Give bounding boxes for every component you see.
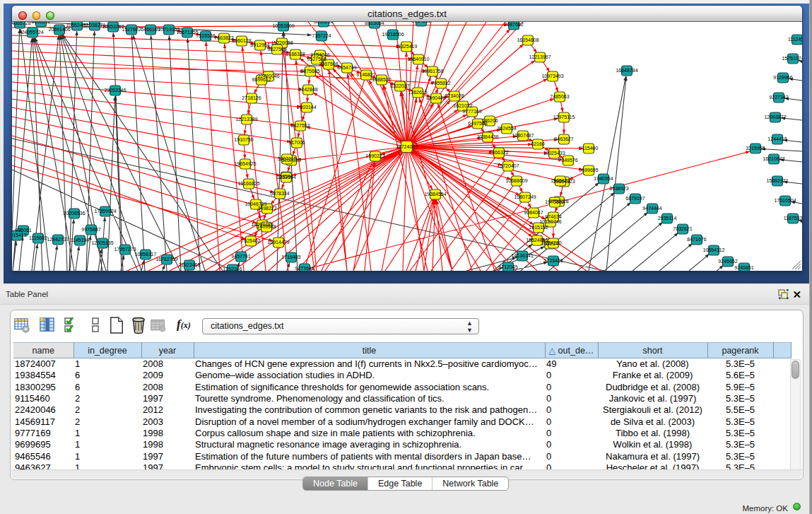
svg-text:20691406: 20691406 (48, 27, 70, 32)
svg-text:16210643: 16210643 (763, 156, 784, 161)
svg-text:17957273: 17957273 (114, 247, 136, 252)
svg-text:1244415: 1244415 (767, 136, 787, 141)
svg-text:17359924: 17359924 (94, 209, 116, 214)
svg-text:1112453: 1112453 (788, 37, 806, 42)
svg-text:3215955: 3215955 (746, 146, 765, 151)
svg-text:7663822: 7663822 (214, 35, 233, 40)
svg-text:12505135: 12505135 (91, 240, 113, 245)
svg-text:7357224: 7357224 (312, 33, 331, 38)
svg-text:8454749: 8454749 (337, 65, 356, 70)
svg-text:62160: 62160 (531, 141, 545, 146)
svg-text:1167533: 1167533 (784, 216, 803, 221)
svg-text:24055728: 24055728 (8, 21, 30, 25)
svg-text:8471676: 8471676 (687, 237, 706, 242)
svg-text:9474444: 9474444 (642, 206, 661, 211)
svg-text:8813054: 8813054 (365, 21, 384, 25)
svg-text:12942737: 12942737 (47, 237, 69, 242)
svg-text:16671355: 16671355 (176, 30, 198, 35)
svg-text:9184212: 9184212 (411, 18, 430, 23)
svg-text:29053346: 29053346 (104, 88, 126, 93)
svg-text:5267115: 5267115 (278, 156, 297, 161)
svg-text:10961758: 10961758 (421, 69, 443, 74)
svg-text:1940954: 1940954 (594, 176, 613, 181)
svg-text:8712045: 8712045 (498, 264, 517, 269)
svg-text:9115460: 9115460 (579, 146, 599, 151)
svg-text:14136141: 14136141 (511, 253, 533, 258)
svg-text:3624554: 3624554 (497, 126, 516, 131)
svg-text:1590223: 1590223 (365, 153, 384, 158)
svg-text:5878334: 5878334 (270, 191, 289, 196)
svg-text:8186328: 8186328 (286, 52, 305, 57)
svg-text:1115682: 1115682 (29, 235, 47, 240)
svg-text:1621072: 1621072 (453, 103, 472, 108)
svg-text:10688609: 10688609 (505, 178, 527, 183)
svg-text:20206536: 20206536 (63, 211, 85, 216)
svg-text:10053809: 10053809 (272, 23, 294, 28)
svg-text:10958117: 10958117 (135, 252, 157, 257)
svg-text:10807487: 10807487 (512, 133, 534, 138)
svg-text:1353594: 1353594 (276, 175, 295, 180)
svg-text:1145194: 1145194 (71, 238, 90, 243)
svg-text:1527602: 1527602 (122, 27, 141, 32)
svg-text:9827509: 9827509 (267, 47, 286, 52)
svg-text:17016504: 17016504 (774, 198, 796, 203)
svg-text:2718126: 2718126 (242, 95, 261, 100)
svg-text:11923468: 11923468 (179, 262, 201, 267)
svg-text:9245652: 9245652 (718, 259, 737, 264)
svg-text:9457791: 9457791 (231, 254, 250, 259)
svg-text:11325419: 11325419 (396, 44, 418, 49)
svg-text:2935114: 2935114 (658, 216, 677, 221)
svg-text:3915413: 3915413 (7, 233, 26, 238)
svg-text:10025433: 10025433 (543, 151, 565, 156)
svg-text:917006: 917006 (288, 140, 305, 145)
svg-text:7955812: 7955812 (431, 81, 450, 86)
svg-text:2087682: 2087682 (504, 22, 523, 27)
svg-text:8960128: 8960128 (232, 38, 251, 43)
svg-text:10653267: 10653267 (102, 24, 124, 29)
svg-text:16914479: 16914479 (267, 240, 289, 245)
svg-text:7032621: 7032621 (673, 226, 692, 231)
svg-text:7866322: 7866322 (489, 150, 508, 155)
svg-text:6879197: 6879197 (625, 196, 645, 201)
svg-text:2803144: 2803144 (297, 105, 316, 110)
svg-text:935061: 935061 (15, 228, 31, 233)
svg-text:10654112: 10654112 (703, 247, 725, 252)
svg-text:3498222: 3498222 (257, 206, 276, 211)
svg-text:15640910: 15640910 (407, 57, 429, 62)
svg-text:15226058: 15226058 (271, 40, 293, 45)
svg-text:15692971: 15692971 (766, 178, 788, 183)
svg-text:1716485: 1716485 (281, 255, 300, 259)
svg-text:9527508: 9527508 (307, 57, 326, 62)
svg-text:1615152: 1615152 (529, 225, 548, 230)
svg-text:9899612: 9899612 (252, 77, 271, 82)
svg-text:1362615: 1362615 (408, 90, 427, 95)
svg-text:16154808: 16154808 (517, 37, 539, 42)
svg-text:15751074: 15751074 (782, 56, 804, 61)
svg-text:9463627: 9463627 (554, 136, 573, 141)
svg-text:974634: 974634 (545, 214, 561, 219)
svg-text:8427552: 8427552 (290, 123, 310, 128)
svg-text:6734028: 6734028 (445, 93, 464, 98)
svg-text:9129966: 9129966 (773, 75, 792, 80)
svg-text:9146821: 9146821 (356, 72, 375, 77)
svg-text:7349576: 7349576 (558, 158, 577, 163)
svg-text:9242848: 9242848 (298, 87, 317, 92)
svg-text:1409948: 1409948 (257, 224, 276, 229)
svg-text:20364436: 20364436 (476, 134, 498, 139)
svg-text:15720407: 15720407 (497, 163, 519, 168)
svg-text:10973493: 10973493 (541, 74, 563, 78)
svg-text:9777169: 9777169 (462, 109, 481, 114)
svg-text:7485063: 7485063 (550, 94, 569, 99)
svg-text:746206: 746206 (481, 118, 498, 123)
svg-text:12975115: 12975115 (553, 115, 575, 119)
svg-text:18724007: 18724007 (396, 144, 418, 149)
svg-text:8990448: 8990448 (426, 95, 445, 100)
svg-text:16782759: 16782759 (155, 257, 177, 262)
svg-text:1733426: 1733426 (543, 258, 563, 263)
svg-text:8322037: 8322037 (390, 83, 409, 88)
svg-text:1975692: 1975692 (545, 199, 564, 204)
svg-text:1905372: 1905372 (31, 19, 50, 24)
svg-text:9975887: 9975887 (81, 227, 100, 232)
svg-text:12093872: 12093872 (764, 115, 786, 119)
svg-text:10120746: 10120746 (539, 219, 561, 224)
